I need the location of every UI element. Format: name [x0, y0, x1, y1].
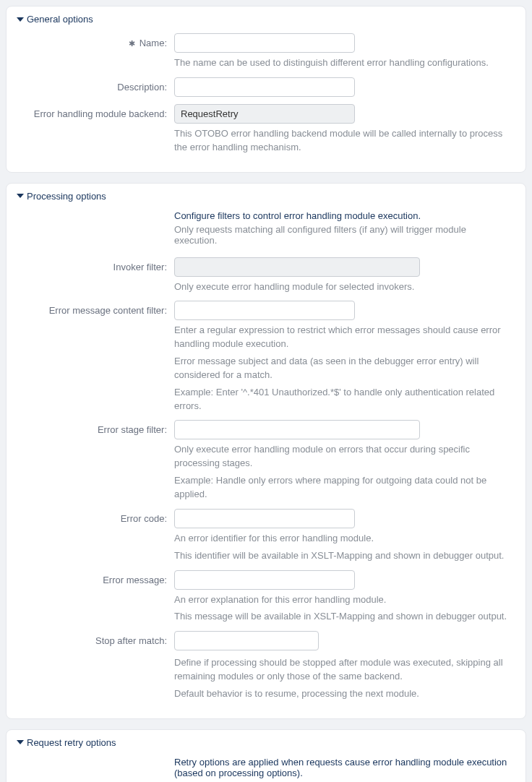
- stage-filter-select[interactable]: [174, 420, 420, 439]
- invoker-filter-row: Invoker filter: Only execute error handl…: [17, 257, 515, 294]
- retry-options-header[interactable]: Request retry options: [17, 737, 515, 748]
- retry-options-widget: Request retry options Retry options are …: [6, 729, 526, 782]
- content-filter-help1: Enter a regular expression to restrict w…: [174, 324, 511, 351]
- content-filter-label: Error message content filter:: [17, 301, 174, 316]
- error-code-label: Error code:: [17, 509, 174, 524]
- backend-help: This OTOBO error handling backend module…: [174, 127, 511, 155]
- error-code-help2: This identifier will be available in XSL…: [174, 549, 511, 563]
- general-options-widget: General options ✱ Name: The name can be …: [6, 6, 526, 173]
- error-message-help2: This message will be available in XSLT-M…: [174, 610, 511, 624]
- chevron-down-icon: [17, 194, 24, 198]
- general-options-header[interactable]: General options: [17, 14, 515, 25]
- stop-help2: Default behavior is to resume, processin…: [174, 687, 511, 701]
- chevron-down-icon: [17, 740, 24, 744]
- content-filter-help3: Example: Enter '^.*401 Unauthorized.*$' …: [174, 386, 511, 413]
- stop-after-match-select[interactable]: [174, 631, 319, 650]
- error-message-input[interactable]: [174, 570, 355, 590]
- name-input[interactable]: [174, 33, 355, 53]
- invoker-filter-help: Only execute error handling module for s…: [174, 280, 511, 294]
- stage-filter-help1: Only execute error handling module on er…: [174, 443, 511, 471]
- invoker-filter-label: Invoker filter:: [17, 257, 174, 272]
- section-title: Processing options: [27, 191, 106, 202]
- retry-intro-row: Retry options are applied when requests …: [17, 757, 515, 782]
- stage-filter-help2: Example: Handle only errors where mappin…: [174, 474, 511, 502]
- stop-label: Stop after match:: [17, 631, 174, 646]
- chevron-down-icon: [17, 17, 24, 22]
- name-row: ✱ Name: The name can be used to distingu…: [17, 33, 515, 70]
- processing-options-header[interactable]: Processing options: [17, 191, 515, 202]
- error-message-label: Error message:: [17, 570, 174, 585]
- stage-filter-row: Error stage filter: Only execute error h…: [17, 420, 515, 501]
- content-filter-row: Error message content filter: Enter a re…: [17, 301, 515, 413]
- stop-after-match-row: Stop after match: Define if processing s…: [17, 631, 515, 701]
- backend-value: RequestRetry: [174, 104, 355, 124]
- description-label: Description:: [17, 77, 174, 93]
- name-help: The name can be used to distinguish diff…: [174, 56, 511, 70]
- description-row: Description:: [17, 77, 515, 97]
- description-input[interactable]: [174, 77, 355, 97]
- backend-label: Error handling module backend:: [17, 104, 174, 119]
- error-message-help1: An error explanation for this error hand…: [174, 593, 511, 607]
- invoker-filter-select[interactable]: [174, 257, 420, 277]
- processing-intro-row: Configure filters to control error handl…: [17, 210, 515, 254]
- content-filter-input[interactable]: [174, 301, 355, 320]
- section-title: Request retry options: [27, 737, 116, 748]
- processing-intro-sub: Only requests matching all configured fi…: [174, 224, 511, 246]
- processing-intro: Configure filters to control error handl…: [174, 210, 511, 221]
- error-code-input[interactable]: [174, 509, 355, 528]
- backend-row: Error handling module backend: RequestRe…: [17, 104, 515, 155]
- stage-filter-label: Error stage filter:: [17, 420, 174, 435]
- name-label: ✱ Name:: [17, 33, 174, 48]
- error-code-help1: An error identifier for this error handl…: [174, 532, 511, 546]
- section-title: General options: [27, 14, 93, 25]
- error-code-row: Error code: An error identifier for this…: [17, 509, 515, 563]
- error-message-row: Error message: An error explanation for …: [17, 570, 515, 624]
- content-filter-help2: Error message subject and data (as seen …: [174, 355, 511, 382]
- stop-help1: Define if processing should be stopped a…: [174, 656, 511, 684]
- retry-intro: Retry options are applied when requests …: [174, 757, 511, 778]
- processing-options-widget: Processing options Configure filters to …: [6, 183, 526, 719]
